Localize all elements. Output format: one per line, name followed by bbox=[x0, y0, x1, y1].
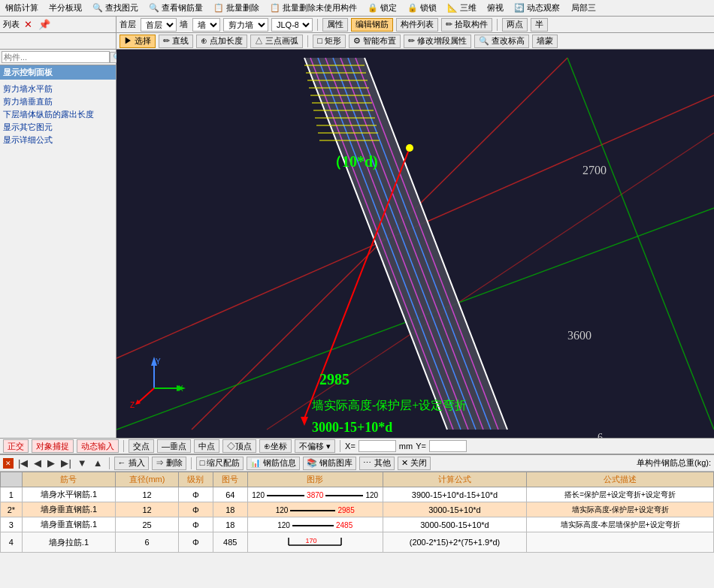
property-btn[interactable]: 属性 bbox=[322, 18, 348, 32]
svg-point-29 bbox=[406, 144, 413, 152]
panel-close-x[interactable]: ✕ bbox=[3, 458, 14, 469]
nav-prev[interactable]: ◀ bbox=[32, 457, 43, 469]
x-label: X= bbox=[345, 442, 355, 451]
two-point-btn[interactable]: 两点 bbox=[502, 18, 528, 32]
rebar-info-btn[interactable]: 📊 钢筋信息 bbox=[247, 457, 300, 470]
wall-cover-btn[interactable]: 墙蒙 bbox=[532, 35, 558, 48]
menu-local[interactable]: 局部三 bbox=[569, 2, 598, 14]
control-item-vwall[interactable]: 剪力墙垂直筋 bbox=[3, 95, 113, 108]
col-grade: 级别 bbox=[179, 472, 213, 487]
second-toolbar: 首层 首层 墙 墙 剪力墙 JLQ-8 属性 编辑钢筋 构件列表 ✏ 拾取构件 … bbox=[116, 17, 714, 33]
menu-halfview[interactable]: 半分板现 bbox=[47, 2, 84, 14]
y-input[interactable] bbox=[429, 440, 467, 452]
nav-down[interactable]: ▼ bbox=[76, 457, 89, 469]
add-length-btn[interactable]: ⊕ 点加长度 bbox=[196, 35, 247, 48]
row-desc: 墙实际高度-本层墙保护层+设定弯折 bbox=[527, 517, 714, 532]
svg-text:170: 170 bbox=[306, 537, 317, 544]
smart-layout-btn[interactable]: ⚙ 智能布置 bbox=[349, 35, 401, 48]
control-panel-header: 显示控制面板 bbox=[0, 65, 116, 80]
menu-dynamic[interactable]: 🔄 动态观察 bbox=[512, 2, 562, 14]
select-btn[interactable]: ▶ 选择 bbox=[120, 35, 156, 48]
svg-text:X: X bbox=[178, 384, 183, 393]
sep-action bbox=[191, 457, 192, 469]
canvas-area: （10*d) 2985 墙实际高度-保护层+设定弯折 3000-15+10*d … bbox=[116, 50, 714, 438]
row-name: 墙身拉筋.1 bbox=[22, 532, 116, 553]
line-btn[interactable]: ✏ 直线 bbox=[159, 35, 193, 48]
control-panel-title: 显示控制面板 bbox=[3, 68, 53, 77]
element-select[interactable]: 墙 bbox=[192, 18, 220, 32]
intersect-btn[interactable]: 交点 bbox=[129, 439, 154, 453]
nav-next[interactable]: ▶ bbox=[46, 457, 56, 469]
modify-segment-btn[interactable]: ✏ 修改增段属性 bbox=[404, 35, 471, 48]
menu-batch-unused[interactable]: 📋 批量删除未使用构件 bbox=[268, 2, 359, 14]
control-item-hwall[interactable]: 剪力墙水平筋 bbox=[3, 83, 113, 95]
midperp-btn[interactable]: —垂点 bbox=[157, 439, 191, 453]
control-item-other[interactable]: 显示其它图元 bbox=[3, 121, 113, 134]
id-select[interactable]: JLQ-8 bbox=[271, 18, 313, 32]
coord-btn[interactable]: ⊕坐标 bbox=[259, 439, 292, 453]
sep-nav bbox=[109, 457, 110, 469]
row-formula: (200-2*15)+2*(75+1.9*d) bbox=[383, 532, 527, 553]
no-offset-btn[interactable]: 不偏移 ▾ bbox=[295, 439, 335, 453]
table-row[interactable]: 1 墙身水平钢筋.1 12 Φ 64 120 3870 120 3900-15+… bbox=[1, 487, 714, 502]
delete-btn[interactable]: ⇒ 删除 bbox=[152, 457, 186, 470]
type-select[interactable]: 剪力墙 bbox=[223, 18, 268, 32]
other-btn[interactable]: ⋯ 其他 bbox=[359, 457, 394, 470]
menu-3d[interactable]: 📐 三维 bbox=[445, 2, 479, 14]
svg-text:3600: 3600 bbox=[567, 329, 591, 342]
menu-lock[interactable]: 🔒 锁定 bbox=[365, 2, 399, 14]
row-figno: 485 bbox=[213, 532, 247, 553]
component-search[interactable] bbox=[2, 51, 110, 63]
row-diameter: 6 bbox=[116, 532, 179, 553]
table-row[interactable]: 2* 墙身垂直钢筋.1 12 Φ 18 120 2985 3000-15+10*… bbox=[1, 502, 714, 517]
dynamic-input-btn[interactable]: 动态输入 bbox=[77, 439, 119, 453]
floor-label: 首层 bbox=[120, 19, 136, 30]
col-formula: 计算公式 bbox=[383, 472, 527, 487]
menu-batch[interactable]: 📋 批量删除 bbox=[211, 2, 262, 14]
third-toolbar: ▶ 选择 ✏ 直线 ⊕ 点加长度 △ 三点画弧 □ 矩形 ⚙ 智能布置 ✏ 修改… bbox=[116, 33, 714, 50]
menu-find[interactable]: 🔍 查找图元 bbox=[90, 2, 141, 14]
midpoint-btn[interactable]: 中点 bbox=[194, 439, 219, 453]
row-diameter: 12 bbox=[116, 502, 179, 517]
table-row[interactable]: 3 墙身垂直钢筋.1 25 Φ 18 120 2485 3000-500-15+… bbox=[1, 517, 714, 532]
edit-rebar-btn[interactable]: 编辑钢筋 bbox=[351, 18, 393, 32]
nav-first[interactable]: |◀ bbox=[17, 457, 29, 469]
svg-text:Z: Z bbox=[130, 401, 135, 409]
menu-lock2[interactable]: 🔒 锁锁 bbox=[405, 2, 439, 14]
menu-view-amount[interactable]: 🔍 查看钢筋量 bbox=[147, 2, 205, 14]
control-item-expose[interactable]: 下层墙体纵筋的露出长度 bbox=[3, 108, 113, 121]
component-list-btn[interactable]: 构件列表 bbox=[396, 18, 438, 32]
insert-btn[interactable]: ← 插入 bbox=[114, 457, 149, 470]
sep-xy bbox=[340, 440, 340, 452]
svg-text:墙实际高度-保护层+设定弯折: 墙实际高度-保护层+设定弯折 bbox=[311, 399, 467, 412]
rebar-lib-btn[interactable]: 📚 钢筋图库 bbox=[303, 457, 356, 470]
snap-btn[interactable]: 对象捕捉 bbox=[32, 439, 74, 453]
row-grade: Φ bbox=[179, 502, 213, 517]
nav-up[interactable]: ▲ bbox=[92, 457, 104, 469]
control-item-formula[interactable]: 显示详细公式 bbox=[3, 134, 113, 146]
pick-component-btn[interactable]: ✏ 拾取构件 bbox=[441, 18, 492, 32]
arc-btn[interactable]: △ 三点画弧 bbox=[250, 35, 303, 48]
check-elevation-btn[interactable]: 🔍 查改标高 bbox=[474, 35, 529, 48]
panel-close-btn[interactable]: ✕ bbox=[23, 19, 34, 30]
row-name: 墙身垂直钢筋.1 bbox=[22, 502, 116, 517]
drawing-canvas: （10*d) 2985 墙实际高度-保护层+设定弯折 3000-15+10*d … bbox=[116, 50, 714, 438]
row-figure: 120 3870 120 bbox=[247, 487, 383, 502]
row-figno: 64 bbox=[213, 487, 247, 502]
floor-select[interactable]: 首层 bbox=[141, 18, 177, 32]
menu-top[interactable]: 俯视 bbox=[485, 2, 506, 14]
row-figno: 18 bbox=[213, 502, 247, 517]
x-input[interactable] bbox=[359, 440, 396, 452]
nav-last[interactable]: ▶| bbox=[59, 457, 72, 469]
scale-rebar-btn[interactable]: □ 缩尺配筋 bbox=[196, 457, 244, 470]
table-row[interactable]: 4 墙身拉筋.1 6 Φ 485 170 (200-2*15 bbox=[1, 532, 714, 553]
close-btn[interactable]: ✕ 关闭 bbox=[398, 457, 431, 470]
row-grade: Φ bbox=[179, 532, 213, 553]
row-id: 3 bbox=[1, 517, 23, 532]
half-btn[interactable]: 半 bbox=[531, 18, 548, 32]
panel-pin-btn[interactable]: 📌 bbox=[37, 19, 52, 30]
rect-btn[interactable]: □ 矩形 bbox=[313, 35, 346, 48]
ortho-btn[interactable]: 正交 bbox=[3, 439, 29, 453]
vertex-btn[interactable]: ◇顶点 bbox=[222, 439, 256, 453]
menu-calc[interactable]: 钢筋计算 bbox=[3, 2, 41, 14]
